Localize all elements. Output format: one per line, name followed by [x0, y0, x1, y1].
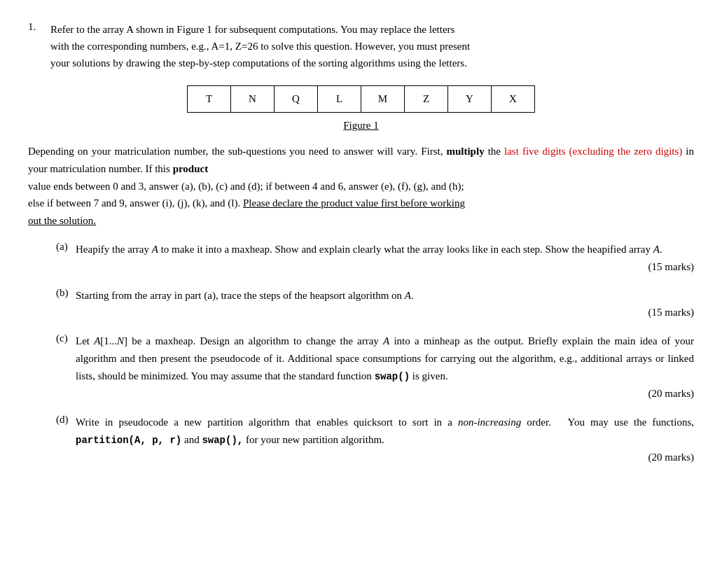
code-swap-d: swap(), — [202, 435, 243, 446]
para-underline2: out the solution. — [28, 215, 96, 226]
sub-question-d: (d) Write in pseudocode a new partition … — [56, 414, 694, 463]
para-underline1: Please declare the product value first b… — [243, 197, 465, 209]
intro-line3: your solutions by drawing the step-by-st… — [50, 57, 467, 69]
sub-question-b: (b) Starting from the array in part (a),… — [56, 287, 694, 319]
sub-question-d-label: (d) — [56, 414, 71, 449]
figure-container: T N Q L M Z Y X Figure 1 — [28, 85, 694, 132]
cell-X: X — [492, 86, 535, 113]
cell-Y: Y — [448, 86, 492, 113]
cell-T: T — [188, 86, 231, 113]
sub-questions-container: (a) Heapify the array A to make it into … — [56, 241, 694, 463]
question-number: 1. — [28, 21, 45, 71]
sub-question-b-label: (b) — [56, 287, 71, 304]
para-part4-line2: else if between 7 and 9, answer (i), (j)… — [28, 197, 240, 209]
sub-question-c-label: (c) — [56, 332, 71, 385]
sub-question-a-marks: (15 marks) — [56, 261, 694, 273]
sub-question-d-marks: (20 marks) — [56, 451, 694, 463]
sub-question-c-text: Let A[1...N] be a maxheap. Design an alg… — [76, 332, 694, 385]
sub-question-a-row: (a) Heapify the array A to make it into … — [56, 241, 694, 258]
sub-question-c: (c) Let A[1...N] be a maxheap. Design an… — [56, 332, 694, 400]
non-increasing-text: non-increasing — [458, 416, 521, 428]
para-bold1: multiply — [446, 146, 484, 157]
intro-line2: with the corresponding numbers, e.g., A=… — [50, 41, 470, 52]
cell-Z: Z — [405, 86, 448, 113]
sub-question-b-row: (b) Starting from the array in part (a),… — [56, 287, 694, 304]
sub-question-c-row: (c) Let A[1...N] be a maxheap. Design an… — [56, 332, 694, 385]
intro-line1: Refer to the array A shown in Figure 1 f… — [50, 24, 454, 35]
question-intro-text: Refer to the array A shown in Figure 1 f… — [50, 21, 470, 71]
sub-question-a-label: (a) — [56, 241, 71, 258]
para-part4-line1: value ends between 0 and 3, answer (a), … — [28, 181, 464, 192]
code-swap-c: swap() — [375, 371, 410, 382]
cell-Q: Q — [275, 86, 318, 113]
sub-question-a-text: Heapify the array A to make it into a ma… — [76, 241, 694, 258]
code-partition: partition(A, p, r) — [76, 435, 181, 446]
array-table: T N Q L M Z Y X — [187, 85, 535, 113]
cell-L: L — [318, 86, 361, 113]
sub-question-b-marks: (15 marks) — [56, 307, 694, 318]
cell-M: M — [361, 86, 405, 113]
sub-question-a: (a) Heapify the array A to make it into … — [56, 241, 694, 273]
sub-question-d-row: (d) Write in pseudocode a new partition … — [56, 414, 694, 449]
para-part2: the — [488, 146, 504, 157]
para-bold2: product — [173, 163, 209, 174]
sub-question-d-text: Write in pseudocode a new partition algo… — [76, 414, 694, 449]
para-red1: last five digits (excluding the zero dig… — [504, 146, 682, 157]
question-container: 1. Refer to the array A shown in Figure … — [28, 21, 694, 463]
sub-question-c-marks: (20 marks) — [56, 388, 694, 400]
para-part1: Depending on your matriculation number, … — [28, 146, 443, 157]
array-row: T N Q L M Z Y X — [188, 86, 535, 113]
question-header: 1. Refer to the array A shown in Figure … — [28, 21, 694, 71]
cell-N: N — [231, 86, 275, 113]
sub-question-b-text: Starting from the array in part (a), tra… — [76, 287, 694, 304]
figure-label: Figure 1 — [343, 120, 378, 132]
intro-paragraph: Depending on your matriculation number, … — [28, 143, 694, 230]
